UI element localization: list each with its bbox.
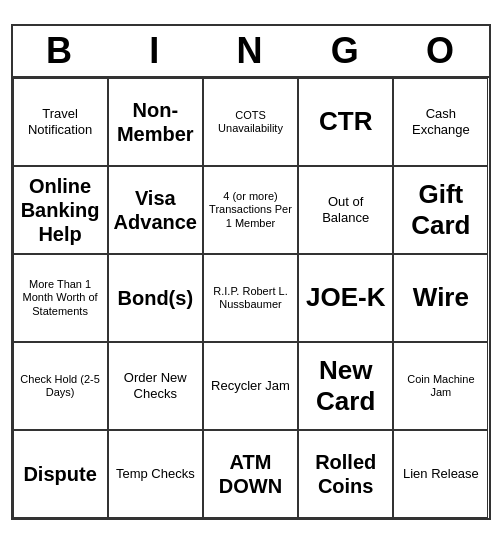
bingo-cell-20: Dispute — [13, 430, 108, 518]
cell-text-1: Non-Member — [113, 98, 198, 146]
cell-text-16: Order New Checks — [113, 370, 198, 401]
bingo-cell-22: ATM DOWN — [203, 430, 298, 518]
bingo-cell-15: Check Hold (2-5 Days) — [13, 342, 108, 430]
header-letter-i: I — [108, 26, 203, 76]
cell-text-10: More Than 1 Month Worth of Statements — [18, 278, 103, 318]
cell-text-14: Wire — [413, 282, 469, 313]
bingo-cell-4: Cash Exchange — [393, 78, 488, 166]
header-letter-n: N — [203, 26, 298, 76]
bingo-cell-21: Temp Checks — [108, 430, 203, 518]
cell-text-7: 4 (or more) Transactions Per 1 Member — [208, 190, 293, 230]
bingo-cell-7: 4 (or more) Transactions Per 1 Member — [203, 166, 298, 254]
cell-text-3: CTR — [319, 106, 372, 137]
cell-text-8: Out of Balance — [303, 194, 388, 225]
bingo-cell-1: Non-Member — [108, 78, 203, 166]
cell-text-22: ATM DOWN — [208, 450, 293, 498]
bingo-cell-2: COTS Unavailability — [203, 78, 298, 166]
bingo-cell-12: R.I.P. Robert L. Nussbaumer — [203, 254, 298, 342]
bingo-card: BINGO Travel NotificationNon-MemberCOTS … — [11, 24, 491, 520]
bingo-cell-0: Travel Notification — [13, 78, 108, 166]
bingo-cell-23: Rolled Coins — [298, 430, 393, 518]
cell-text-11: Bond(s) — [118, 286, 194, 310]
bingo-cell-16: Order New Checks — [108, 342, 203, 430]
cell-text-2: COTS Unavailability — [208, 109, 293, 135]
bingo-cell-8: Out of Balance — [298, 166, 393, 254]
bingo-cell-14: Wire — [393, 254, 488, 342]
header-letter-g: G — [298, 26, 393, 76]
cell-text-23: Rolled Coins — [303, 450, 388, 498]
cell-text-4: Cash Exchange — [398, 106, 483, 137]
cell-text-20: Dispute — [23, 462, 96, 486]
cell-text-17: Recycler Jam — [211, 378, 290, 394]
bingo-cell-24: Lien Release — [393, 430, 488, 518]
header-letter-o: O — [393, 26, 488, 76]
cell-text-24: Lien Release — [403, 466, 479, 482]
bingo-cell-10: More Than 1 Month Worth of Statements — [13, 254, 108, 342]
cell-text-21: Temp Checks — [116, 466, 195, 482]
bingo-cell-18: New Card — [298, 342, 393, 430]
bingo-cell-5: Online Banking Help — [13, 166, 108, 254]
bingo-cell-11: Bond(s) — [108, 254, 203, 342]
bingo-cell-17: Recycler Jam — [203, 342, 298, 430]
cell-text-19: Coin Machine Jam — [398, 373, 483, 399]
cell-text-13: JOE-K — [306, 282, 385, 313]
cell-text-9: Gift Card — [398, 179, 483, 241]
cell-text-18: New Card — [303, 355, 388, 417]
bingo-cell-9: Gift Card — [393, 166, 488, 254]
cell-text-15: Check Hold (2-5 Days) — [18, 373, 103, 399]
bingo-cell-6: Visa Advance — [108, 166, 203, 254]
cell-text-5: Online Banking Help — [18, 174, 103, 246]
bingo-cell-3: CTR — [298, 78, 393, 166]
bingo-cell-13: JOE-K — [298, 254, 393, 342]
header-letter-b: B — [13, 26, 108, 76]
bingo-grid: Travel NotificationNon-MemberCOTS Unavai… — [13, 76, 489, 518]
cell-text-0: Travel Notification — [18, 106, 103, 137]
bingo-cell-19: Coin Machine Jam — [393, 342, 488, 430]
cell-text-6: Visa Advance — [113, 186, 198, 234]
bingo-header: BINGO — [13, 26, 489, 76]
cell-text-12: R.I.P. Robert L. Nussbaumer — [208, 285, 293, 311]
